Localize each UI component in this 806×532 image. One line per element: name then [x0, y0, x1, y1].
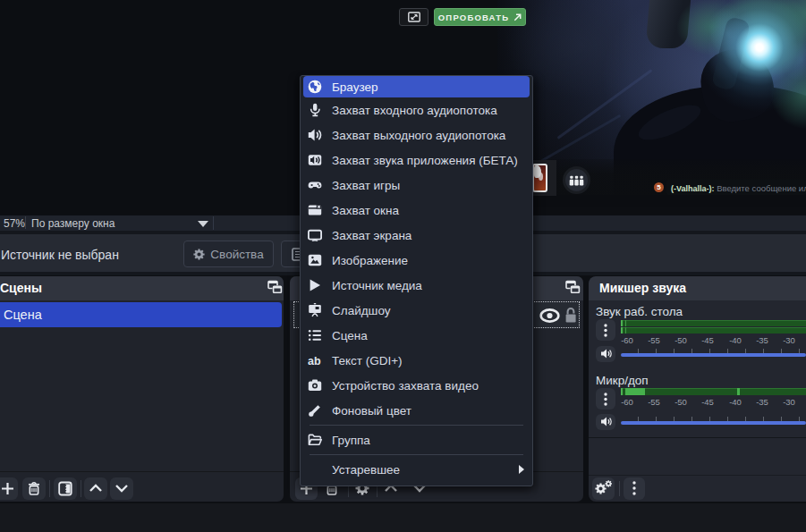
svg-text:ab: ab: [308, 355, 321, 367]
